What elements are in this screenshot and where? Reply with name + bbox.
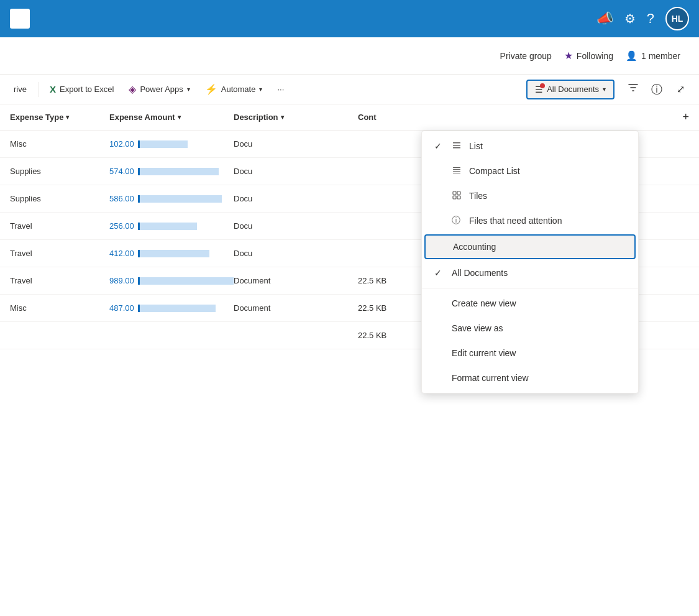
menu-item-edit-current-view-label: Edit current view — [452, 348, 626, 358]
private-group-label: Private group — [500, 51, 552, 61]
toolbar: rive X Export to Excel ◈ Power Apps ▾ ⚡ … — [0, 75, 699, 104]
cell-expense-amount: 487.00 — [109, 303, 234, 313]
menu-item-tiles[interactable]: ✓ Tiles — [422, 183, 638, 208]
add-column-button[interactable]: + — [682, 111, 689, 124]
cell-expense-type: Travel — [10, 249, 109, 258]
more-label: ··· — [277, 85, 284, 94]
cell-description: Docu — [234, 139, 358, 149]
following-label: Following — [577, 51, 613, 61]
automate-button[interactable]: ⚡ Automate ▾ — [199, 80, 269, 99]
view-dropdown-menu: ✓ List ✓ Compact List — [421, 131, 639, 393]
cell-expense-amount: 256.00 — [109, 221, 234, 231]
more-button[interactable]: ··· — [271, 81, 290, 98]
svg-rect-4 — [453, 169, 460, 170]
top-bar-right: 📣 ⚙ ? HL — [596, 7, 689, 30]
all-documents-chevron: ▾ — [603, 86, 606, 93]
menu-item-save-view-as-label: Save view as — [452, 323, 626, 333]
amount-bar — [138, 277, 234, 285]
col-header-expense-type[interactable]: Expense Type ▾ — [10, 113, 109, 122]
amount-bar — [138, 195, 222, 203]
amount-bar — [138, 140, 188, 148]
table-header: Expense Type ▾ Expense Amount ▾ Descript… — [0, 104, 699, 131]
check-icon: ✓ — [434, 141, 444, 151]
menu-item-create-new-view-label: Create new view — [452, 298, 626, 308]
menu-item-save-view-as[interactable]: ✓ Save view as — [422, 316, 638, 341]
check-icon-all-docs: ✓ — [434, 268, 444, 278]
amount-bar — [138, 305, 216, 312]
all-documents-button[interactable]: ☰ All Documents ▾ — [526, 80, 614, 99]
top-bar-left — [10, 9, 30, 29]
menu-item-format-current-view[interactable]: ✓ Format current view — [422, 365, 638, 390]
notification-dot — [540, 83, 545, 88]
automate-icon: ⚡ — [205, 83, 217, 95]
user-avatar[interactable]: HL — [665, 7, 689, 30]
menu-item-edit-current-view[interactable]: ✓ Edit current view — [422, 341, 638, 365]
following-item[interactable]: ★ Following — [564, 50, 613, 62]
sub-header: Private group ★ Following 👤 1 member — [0, 37, 699, 75]
description-chevron: ▾ — [281, 114, 284, 121]
cell-description: Docu — [234, 221, 358, 231]
svg-rect-8 — [457, 191, 460, 195]
settings-icon[interactable]: ⚙ — [624, 11, 636, 26]
toolbar-right-icons: ⓘ ⤢ — [622, 78, 692, 101]
toolbar-separator-1 — [38, 82, 39, 97]
svg-rect-0 — [453, 142, 460, 144]
menu-item-create-new-view[interactable]: ✓ Create new view — [422, 291, 638, 316]
automate-label: Automate — [221, 85, 256, 94]
menu-divider — [422, 288, 638, 288]
help-icon[interactable]: ? — [647, 11, 654, 27]
svg-rect-3 — [453, 167, 460, 168]
filter-button[interactable] — [622, 78, 644, 101]
menu-item-files-attention-label: Files that need attention — [469, 216, 626, 226]
svg-rect-2 — [453, 147, 460, 149]
cell-expense-type: Travel — [10, 221, 109, 231]
attention-icon: ⓘ — [452, 215, 462, 226]
cell-expense-amount: 102.00 — [109, 139, 234, 149]
info-button[interactable]: ⓘ — [646, 78, 668, 101]
compact-list-icon — [452, 165, 462, 177]
expand-icon: ⤢ — [677, 83, 685, 95]
menu-item-tiles-label: Tiles — [469, 191, 626, 201]
amount-bar — [138, 168, 219, 175]
cell-expense-amount: 574.00 — [109, 167, 234, 176]
cell-description: Docu — [234, 249, 358, 258]
col-header-description[interactable]: Description ▾ — [234, 113, 358, 122]
menu-item-files-attention[interactable]: ✓ ⓘ Files that need attention — [422, 208, 638, 233]
menu-item-list[interactable]: ✓ List — [422, 134, 638, 159]
power-apps-icon: ◈ — [129, 83, 136, 95]
cell-description: Document — [234, 303, 358, 313]
cell-expense-type: Misc — [10, 139, 109, 149]
menu-item-format-current-view-label: Format current view — [452, 373, 626, 383]
member-count-item: 👤 1 member — [626, 50, 680, 62]
menu-item-accounting[interactable]: ✓ Accounting — [424, 234, 636, 259]
export-excel-button[interactable]: X Export to Excel — [43, 80, 120, 98]
menu-item-compact-list[interactable]: ✓ Compact List — [422, 159, 638, 183]
app-icon[interactable] — [10, 9, 30, 29]
cell-expense-type: Supplies — [10, 194, 109, 203]
megaphone-icon[interactable]: 📣 — [596, 11, 613, 27]
cell-description: Document — [234, 276, 358, 285]
cell-description: Docu — [234, 194, 358, 203]
onedrive-label: rive — [14, 85, 27, 94]
excel-icon: X — [50, 84, 56, 94]
list-icon — [452, 140, 462, 152]
power-apps-chevron: ▾ — [187, 86, 190, 93]
menu-item-all-documents[interactable]: ✓ All Documents — [422, 260, 638, 285]
onedrive-button[interactable]: rive — [7, 81, 33, 98]
col-header-expense-amount[interactable]: Expense Amount ▾ — [109, 113, 234, 122]
menu-item-all-documents-label: All Documents — [452, 268, 626, 278]
svg-rect-5 — [453, 171, 460, 172]
filter-icon — [628, 82, 639, 96]
power-apps-button[interactable]: ◈ Power Apps ▾ — [122, 80, 196, 99]
svg-rect-10 — [457, 196, 460, 199]
svg-rect-9 — [453, 196, 456, 199]
cell-expense-type: Misc — [10, 303, 109, 313]
expand-button[interactable]: ⤢ — [669, 78, 692, 101]
col-header-cont[interactable]: Cont — [358, 113, 482, 122]
menu-item-compact-list-label: Compact List — [469, 166, 626, 176]
svg-rect-6 — [453, 173, 460, 173]
amount-bar — [138, 250, 209, 257]
export-excel-label: Export to Excel — [60, 85, 114, 94]
automate-chevron: ▾ — [259, 86, 262, 93]
svg-rect-1 — [453, 145, 460, 146]
